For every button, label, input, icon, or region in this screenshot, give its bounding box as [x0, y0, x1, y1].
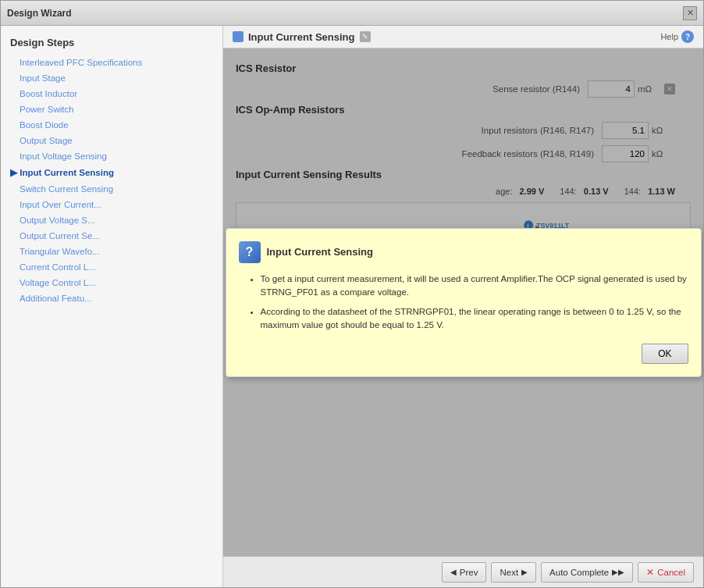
modal-dialog: ? Input Current Sensing To get a input c… — [226, 228, 702, 377]
sidebar-item-triangular-waveform[interactable]: Triangular Wavefo... — [1, 244, 222, 259]
sidebar-item-additional-features[interactable]: Additional Featu... — [1, 290, 222, 306]
modal-bullet-1: To get a input current measurement, it w… — [261, 273, 688, 300]
help-label: Help — [660, 32, 678, 41]
sidebar-item-switch-current-sensing[interactable]: Switch Current Sensing — [1, 181, 222, 197]
sidebar-item-power-switch[interactable]: Power Switch — [1, 102, 222, 117]
main-window: Design Wizard ✕ Design Steps Interleaved… — [0, 0, 704, 588]
sidebar-item-input-current-sensing[interactable]: ▶ Input Current Sensing — [1, 164, 222, 181]
sidebar-item-output-stage[interactable]: Output Stage — [1, 133, 222, 148]
sidebar-item-input-over-current[interactable]: Input Over Current... — [1, 197, 222, 212]
panel-icon — [233, 31, 244, 42]
title-bar: Design Wizard ✕ — [1, 1, 703, 26]
sidebar-item-input-voltage-sensing[interactable]: Input Voltage Sensing — [1, 148, 222, 164]
content-area: Design Steps Interleaved PFC Specificati… — [1, 26, 703, 587]
edit-icon[interactable]: ✎ — [360, 31, 371, 42]
modal-body: To get a input current measurement, it w… — [239, 273, 688, 333]
modal-header: ? Input Current Sensing — [239, 241, 688, 263]
panel-title: Input Current Sensing — [248, 31, 355, 43]
window-title: Design Wizard — [7, 8, 72, 19]
modal-bullet-2: According to the datasheet of the STRNRG… — [261, 305, 688, 333]
auto-complete-button[interactable]: Auto Complete ▶▶ — [541, 562, 633, 583]
prev-arrow-icon: ◀ — [450, 568, 457, 576]
close-button[interactable]: ✕ — [683, 6, 697, 20]
sidebar-item-boost-diode[interactable]: Boost Diode — [1, 117, 222, 133]
modal-info-icon: ? — [239, 241, 261, 263]
sidebar-item-input-stage[interactable]: Input Stage — [1, 70, 222, 86]
sidebar-item-current-control[interactable]: Current Control L... — [1, 259, 222, 275]
sidebar-item-voltage-control[interactable]: Voltage Control L... — [1, 275, 222, 290]
panel-header: Input Current Sensing ✎ Help ? — [223, 26, 703, 48]
help-icon: ? — [681, 30, 694, 43]
footer-bar: ◀ Prev Next ▶ Auto Complete ▶▶ ✕ Cancel — [223, 556, 703, 587]
sidebar-item-boost-inductor[interactable]: Boost Inductor — [1, 86, 222, 102]
panel-body: ICS Resistor Sense resistor (R144) mΩ ✕ … — [223, 48, 703, 556]
panel-header-left: Input Current Sensing ✎ — [233, 31, 371, 43]
next-arrow-icon: ▶ — [521, 568, 528, 576]
modal-ok-button[interactable]: OK — [642, 344, 688, 364]
next-button[interactable]: Next ▶ — [491, 562, 536, 583]
auto-complete-icon: ▶▶ — [612, 568, 624, 576]
main-panel: Input Current Sensing ✎ Help ? ICS Resis… — [223, 26, 703, 587]
help-button[interactable]: Help ? — [660, 30, 694, 43]
modal-title: Input Current Sensing — [267, 246, 374, 258]
cancel-x-icon: ✕ — [646, 567, 654, 578]
sidebar-item-interleaved-pfc[interactable]: Interleaved PFC Specifications — [1, 55, 222, 70]
sidebar-item-output-current-sensing[interactable]: Output Current Se... — [1, 228, 222, 244]
sidebar-title: Design Steps — [1, 34, 222, 55]
sidebar-item-output-voltage-sensing[interactable]: Output Voltage S... — [1, 212, 222, 228]
sidebar: Design Steps Interleaved PFC Specificati… — [1, 26, 223, 587]
cancel-button[interactable]: ✕ Cancel — [638, 562, 694, 583]
modal-footer: OK — [239, 344, 688, 364]
prev-button[interactable]: ◀ Prev — [442, 562, 487, 583]
modal-overlay: ? Input Current Sensing To get a input c… — [223, 48, 703, 556]
